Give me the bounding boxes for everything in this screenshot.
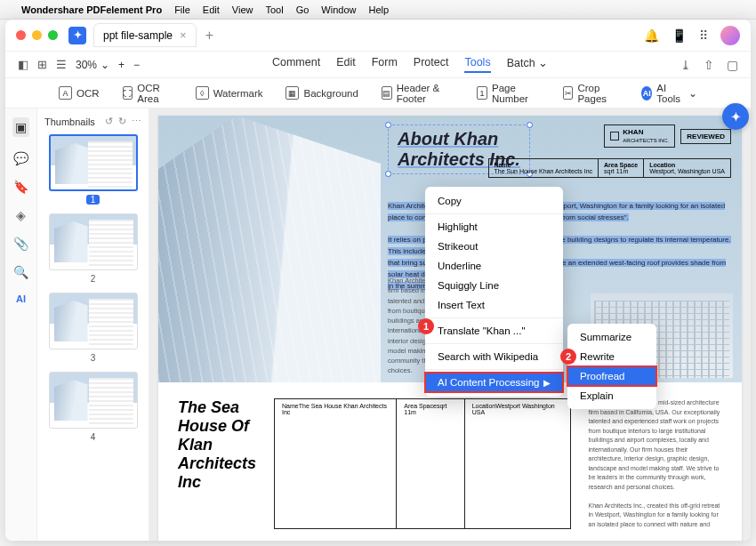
mobile-icon[interactable]: 📱: [672, 28, 687, 43]
ctx-strikeout[interactable]: Strikeout: [425, 237, 563, 256]
zoom-in-button[interactable]: +: [118, 59, 125, 71]
thumbnail-4-number: 4: [44, 432, 141, 442]
zoom-caret-icon[interactable]: ⌄: [101, 59, 109, 71]
ctx-squiggly[interactable]: Squiggly Line: [425, 276, 563, 295]
titlebar: ✦ ppt file-sample × + 🔔 📱 ⠿: [5, 20, 751, 52]
notifications-icon[interactable]: 🔔: [644, 28, 659, 43]
app-name[interactable]: Wondershare PDFelement Pro: [21, 4, 162, 15]
ocr-button[interactable]: AOCR: [59, 86, 100, 100]
brand-stamp: KHANARCHITECTS INC.: [604, 124, 675, 148]
ocr-area-icon: ⛶: [123, 86, 133, 100]
layers-rail-icon[interactable]: ◈: [16, 208, 26, 222]
app-window: ✦ ppt file-sample × + 🔔 📱 ⠿ ◧ ⊞ ☰ 30% ⌄ …: [5, 20, 751, 541]
undo-icon[interactable]: ↺: [105, 116, 113, 127]
thumbnail-4[interactable]: [49, 372, 138, 429]
background-icon: ▦: [286, 86, 299, 100]
sub-summarize[interactable]: Summarize: [567, 327, 656, 347]
menu-help[interactable]: Help: [368, 4, 389, 15]
zoom-control[interactable]: 30% ⌄: [76, 59, 109, 71]
close-window-button[interactable]: [16, 30, 26, 40]
comments-rail-icon[interactable]: 💬: [13, 151, 28, 165]
tab-batch[interactable]: Batch ⌄: [507, 56, 548, 73]
reviewed-stamp: REVIEWED: [680, 129, 731, 144]
new-tab-button[interactable]: +: [205, 28, 213, 44]
sub-proofread[interactable]: Proofread: [567, 366, 656, 386]
fullscreen-window-button[interactable]: [48, 30, 58, 40]
attachments-rail-icon[interactable]: 📎: [13, 237, 28, 251]
document-tab[interactable]: ppt file-sample ×: [93, 23, 197, 47]
search-rail-icon[interactable]: 🔍: [13, 265, 28, 279]
left-rail: ▣ 💬 🔖 ◈ 📎 🔍 AI: [5, 108, 37, 541]
lower-title: The Sea House OfKlan Architects Inc: [178, 398, 256, 529]
ctx-insert-text[interactable]: Insert Text: [425, 295, 563, 315]
share-icon[interactable]: ⇧: [704, 58, 714, 72]
ai-tools-button[interactable]: AIAI Tools ⌄: [641, 83, 697, 104]
user-avatar[interactable]: [720, 26, 740, 45]
thumbnail-1[interactable]: [49, 134, 138, 191]
thumbnail-2-number: 2: [44, 274, 141, 284]
app-logo-icon: ✦: [68, 27, 86, 44]
watermark-button[interactable]: ◊Watermark: [196, 86, 263, 100]
menu-go[interactable]: Go: [296, 4, 310, 15]
menu-view[interactable]: View: [232, 4, 253, 15]
tab-edit[interactable]: Edit: [336, 56, 356, 73]
menu-window[interactable]: Window: [321, 4, 356, 15]
resize-handle[interactable]: [385, 122, 391, 128]
ctx-underline[interactable]: Underline: [425, 256, 563, 276]
ocr-icon: A: [59, 86, 72, 100]
apps-icon[interactable]: ⠿: [699, 28, 708, 43]
ai-rail-icon[interactable]: AI: [16, 293, 26, 304]
crop-icon: ✂: [563, 86, 574, 100]
context-menu: Copy Highlight Strikeout Underline Squig…: [425, 187, 563, 397]
list-view-icon[interactable]: ☰: [56, 58, 67, 71]
menu-edit[interactable]: Edit: [203, 4, 220, 15]
tab-form[interactable]: Form: [372, 56, 398, 73]
header-stamps: KHANARCHITECTS INC. REVIEWED: [604, 124, 731, 148]
page-number-icon: 1: [477, 86, 487, 100]
save-icon[interactable]: ▢: [727, 58, 738, 72]
brand-logo-icon: [610, 132, 619, 141]
tab-comment[interactable]: Comment: [272, 56, 320, 73]
chevron-down-icon: ⌄: [688, 87, 697, 100]
doc-title-line1: About Khan: [398, 129, 498, 149]
tab-close-icon[interactable]: ×: [180, 28, 187, 42]
sub-rewrite[interactable]: Rewrite: [567, 347, 656, 366]
ai-fab-button[interactable]: ✦: [722, 103, 749, 130]
bookmarks-rail-icon[interactable]: 🔖: [13, 180, 28, 194]
tab-tools[interactable]: Tools: [464, 56, 490, 73]
more-icon[interactable]: ⋯: [132, 116, 141, 127]
window-controls: [16, 30, 58, 40]
thumbnail-2[interactable]: [49, 213, 138, 270]
background-button[interactable]: ▦Background: [286, 86, 358, 100]
cloud-download-icon[interactable]: ⤓: [680, 58, 691, 72]
ctx-highlight[interactable]: Highlight: [425, 217, 563, 237]
menu-tool[interactable]: Tool: [265, 4, 283, 15]
tab-protect[interactable]: Protect: [414, 56, 449, 73]
menu-file[interactable]: File: [174, 4, 190, 15]
zoom-out-button[interactable]: −: [133, 59, 140, 71]
redo-icon[interactable]: ↻: [118, 116, 126, 127]
thumbnail-3[interactable]: [49, 293, 138, 349]
macos-menubar: Wondershare PDFelement Pro File Edit Vie…: [0, 0, 756, 20]
sub-explain[interactable]: Explain: [567, 386, 656, 405]
callout-1: 1: [418, 318, 434, 334]
building-image: [158, 116, 381, 382]
thumbnail-3-number: 3: [44, 353, 141, 363]
ocr-area-button[interactable]: ⛶OCR Area: [123, 83, 173, 104]
minimize-window-button[interactable]: [32, 30, 42, 40]
crop-pages-button[interactable]: ✂Crop Pages: [563, 83, 619, 104]
main-tabs: Comment Edit Form Protect Tools Batch ⌄: [272, 56, 548, 73]
header-footer-icon: ▤: [382, 86, 392, 100]
ctx-translate[interactable]: Translate "Khan ...": [425, 321, 563, 341]
header-footer-button[interactable]: ▤Header & Footer: [382, 83, 454, 104]
ctx-ai-content-processing[interactable]: AI Content Processing▶: [425, 373, 563, 392]
grid-view-icon[interactable]: ⊞: [37, 58, 47, 71]
resize-handle[interactable]: [527, 122, 533, 128]
ctx-copy[interactable]: Copy: [425, 191, 563, 211]
sidebar-toggle-icon[interactable]: ◧: [18, 58, 28, 71]
resize-handle[interactable]: [385, 171, 391, 177]
ctx-wikipedia[interactable]: Search with Wikipedia: [425, 347, 563, 366]
thumbnails-rail-icon[interactable]: ▣: [12, 117, 29, 137]
lower-info-table: NameThe Sea House Khan Architects Inc Ar…: [274, 398, 570, 529]
page-number-button[interactable]: 1Page Number: [477, 83, 539, 104]
